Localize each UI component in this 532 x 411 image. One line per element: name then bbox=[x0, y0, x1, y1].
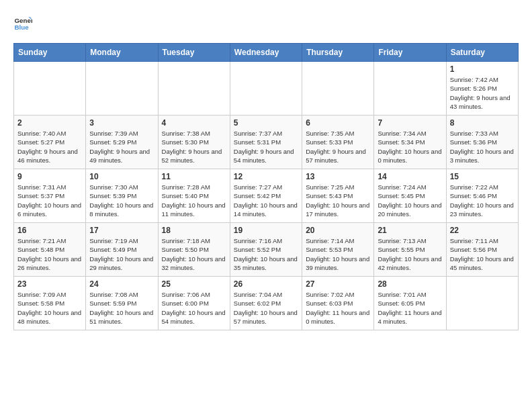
day-info: Sunrise: 7:11 AM Sunset: 5:56 PM Dayligh… bbox=[450, 236, 515, 272]
weekday-header-thursday: Thursday bbox=[302, 44, 374, 62]
logo: General Blue bbox=[13, 13, 35, 32]
week-row-2: 2Sunrise: 7:40 AM Sunset: 5:27 PM Daylig… bbox=[14, 116, 519, 169]
day-cell: 16Sunrise: 7:21 AM Sunset: 5:48 PM Dayli… bbox=[14, 223, 86, 277]
day-number: 23 bbox=[17, 279, 82, 289]
day-info: Sunrise: 7:01 AM Sunset: 6:05 PM Dayligh… bbox=[378, 290, 442, 326]
day-info: Sunrise: 7:02 AM Sunset: 6:03 PM Dayligh… bbox=[306, 290, 370, 326]
day-number: 28 bbox=[378, 279, 442, 289]
day-number: 14 bbox=[378, 172, 442, 181]
day-info: Sunrise: 7:14 AM Sunset: 5:53 PM Dayligh… bbox=[306, 236, 370, 272]
day-cell bbox=[446, 277, 518, 330]
day-number: 7 bbox=[378, 118, 442, 128]
day-cell: 2Sunrise: 7:40 AM Sunset: 5:27 PM Daylig… bbox=[14, 116, 86, 169]
day-cell: 27Sunrise: 7:02 AM Sunset: 6:03 PM Dayli… bbox=[302, 277, 374, 330]
day-cell bbox=[374, 62, 446, 116]
day-cell: 14Sunrise: 7:24 AM Sunset: 5:45 PM Dayli… bbox=[374, 169, 446, 223]
day-number: 16 bbox=[17, 226, 82, 235]
day-info: Sunrise: 7:33 AM Sunset: 5:36 PM Dayligh… bbox=[450, 129, 515, 165]
day-number: 1 bbox=[450, 64, 515, 74]
day-info: Sunrise: 7:28 AM Sunset: 5:40 PM Dayligh… bbox=[162, 183, 226, 218]
week-row-4: 16Sunrise: 7:21 AM Sunset: 5:48 PM Dayli… bbox=[14, 223, 519, 277]
day-cell: 26Sunrise: 7:04 AM Sunset: 6:02 PM Dayli… bbox=[230, 277, 302, 330]
day-cell: 1Sunrise: 7:42 AM Sunset: 5:26 PM Daylig… bbox=[446, 62, 518, 116]
day-cell: 7Sunrise: 7:34 AM Sunset: 5:34 PM Daylig… bbox=[374, 116, 446, 169]
weekday-header-wednesday: Wednesday bbox=[230, 44, 302, 62]
day-number: 11 bbox=[162, 172, 226, 181]
day-cell: 28Sunrise: 7:01 AM Sunset: 6:05 PM Dayli… bbox=[374, 277, 446, 330]
day-info: Sunrise: 7:42 AM Sunset: 5:26 PM Dayligh… bbox=[450, 75, 515, 111]
day-info: Sunrise: 7:21 AM Sunset: 5:48 PM Dayligh… bbox=[17, 236, 82, 272]
day-cell: 21Sunrise: 7:13 AM Sunset: 5:55 PM Dayli… bbox=[374, 223, 446, 277]
day-info: Sunrise: 7:38 AM Sunset: 5:30 PM Dayligh… bbox=[162, 129, 226, 165]
day-cell: 17Sunrise: 7:19 AM Sunset: 5:49 PM Dayli… bbox=[86, 223, 158, 277]
day-number: 27 bbox=[306, 279, 370, 289]
day-info: Sunrise: 7:06 AM Sunset: 6:00 PM Dayligh… bbox=[162, 290, 226, 326]
day-info: Sunrise: 7:16 AM Sunset: 5:52 PM Dayligh… bbox=[234, 236, 298, 272]
day-info: Sunrise: 7:22 AM Sunset: 5:46 PM Dayligh… bbox=[450, 183, 515, 218]
weekday-header-row: SundayMondayTuesdayWednesdayThursdayFrid… bbox=[14, 44, 519, 62]
day-cell: 12Sunrise: 7:27 AM Sunset: 5:42 PM Dayli… bbox=[230, 169, 302, 223]
week-row-1: 1Sunrise: 7:42 AM Sunset: 5:26 PM Daylig… bbox=[14, 62, 519, 116]
day-number: 13 bbox=[306, 172, 370, 181]
day-cell: 25Sunrise: 7:06 AM Sunset: 6:00 PM Dayli… bbox=[158, 277, 230, 330]
day-number: 5 bbox=[234, 118, 298, 128]
day-info: Sunrise: 7:27 AM Sunset: 5:42 PM Dayligh… bbox=[234, 183, 298, 218]
svg-text:Blue: Blue bbox=[14, 24, 29, 31]
weekday-header-monday: Monday bbox=[86, 44, 158, 62]
day-cell: 5Sunrise: 7:37 AM Sunset: 5:31 PM Daylig… bbox=[230, 116, 302, 169]
logo-icon: General Blue bbox=[13, 13, 32, 32]
day-info: Sunrise: 7:34 AM Sunset: 5:34 PM Dayligh… bbox=[378, 129, 442, 165]
weekday-header-sunday: Sunday bbox=[14, 44, 86, 62]
day-cell bbox=[14, 62, 86, 116]
day-cell: 8Sunrise: 7:33 AM Sunset: 5:36 PM Daylig… bbox=[446, 116, 518, 169]
day-number: 20 bbox=[306, 226, 370, 235]
day-info: Sunrise: 7:18 AM Sunset: 5:50 PM Dayligh… bbox=[162, 236, 226, 272]
day-cell: 20Sunrise: 7:14 AM Sunset: 5:53 PM Dayli… bbox=[302, 223, 374, 277]
day-info: Sunrise: 7:39 AM Sunset: 5:29 PM Dayligh… bbox=[89, 129, 154, 165]
day-cell bbox=[158, 62, 230, 116]
day-info: Sunrise: 7:24 AM Sunset: 5:45 PM Dayligh… bbox=[378, 183, 442, 218]
day-info: Sunrise: 7:30 AM Sunset: 5:39 PM Dayligh… bbox=[89, 183, 154, 218]
day-number: 4 bbox=[162, 118, 226, 128]
day-info: Sunrise: 7:31 AM Sunset: 5:37 PM Dayligh… bbox=[17, 183, 82, 218]
day-number: 9 bbox=[17, 172, 82, 181]
day-number: 26 bbox=[234, 279, 298, 289]
day-cell bbox=[86, 62, 158, 116]
day-number: 19 bbox=[234, 226, 298, 235]
day-cell: 22Sunrise: 7:11 AM Sunset: 5:56 PM Dayli… bbox=[446, 223, 518, 277]
day-number: 8 bbox=[450, 118, 515, 128]
day-cell: 19Sunrise: 7:16 AM Sunset: 5:52 PM Dayli… bbox=[230, 223, 302, 277]
day-cell: 3Sunrise: 7:39 AM Sunset: 5:29 PM Daylig… bbox=[86, 116, 158, 169]
day-info: Sunrise: 7:40 AM Sunset: 5:27 PM Dayligh… bbox=[17, 129, 82, 165]
week-row-3: 9Sunrise: 7:31 AM Sunset: 5:37 PM Daylig… bbox=[14, 169, 519, 223]
day-cell bbox=[302, 62, 374, 116]
day-number: 21 bbox=[378, 226, 442, 235]
header: General Blue bbox=[13, 13, 519, 32]
day-number: 10 bbox=[89, 172, 154, 181]
day-info: Sunrise: 7:08 AM Sunset: 5:59 PM Dayligh… bbox=[89, 290, 154, 326]
weekday-header-tuesday: Tuesday bbox=[158, 44, 230, 62]
calendar-table: SundayMondayTuesdayWednesdayThursdayFrid… bbox=[13, 43, 519, 330]
weekday-header-saturday: Saturday bbox=[446, 44, 518, 62]
day-cell: 6Sunrise: 7:35 AM Sunset: 5:33 PM Daylig… bbox=[302, 116, 374, 169]
day-info: Sunrise: 7:25 AM Sunset: 5:43 PM Dayligh… bbox=[306, 183, 370, 218]
day-number: 24 bbox=[89, 279, 154, 289]
day-number: 17 bbox=[89, 226, 154, 235]
day-cell: 24Sunrise: 7:08 AM Sunset: 5:59 PM Dayli… bbox=[86, 277, 158, 330]
day-number: 25 bbox=[162, 279, 226, 289]
day-info: Sunrise: 7:13 AM Sunset: 5:55 PM Dayligh… bbox=[378, 236, 442, 272]
day-info: Sunrise: 7:37 AM Sunset: 5:31 PM Dayligh… bbox=[234, 129, 298, 165]
day-cell: 18Sunrise: 7:18 AM Sunset: 5:50 PM Dayli… bbox=[158, 223, 230, 277]
day-cell bbox=[230, 62, 302, 116]
day-cell: 4Sunrise: 7:38 AM Sunset: 5:30 PM Daylig… bbox=[158, 116, 230, 169]
week-row-5: 23Sunrise: 7:09 AM Sunset: 5:58 PM Dayli… bbox=[14, 277, 519, 330]
day-cell: 10Sunrise: 7:30 AM Sunset: 5:39 PM Dayli… bbox=[86, 169, 158, 223]
day-cell: 15Sunrise: 7:22 AM Sunset: 5:46 PM Dayli… bbox=[446, 169, 518, 223]
day-cell: 23Sunrise: 7:09 AM Sunset: 5:58 PM Dayli… bbox=[14, 277, 86, 330]
day-number: 15 bbox=[450, 172, 515, 181]
day-info: Sunrise: 7:04 AM Sunset: 6:02 PM Dayligh… bbox=[234, 290, 298, 326]
day-info: Sunrise: 7:19 AM Sunset: 5:49 PM Dayligh… bbox=[89, 236, 154, 272]
day-number: 18 bbox=[162, 226, 226, 235]
weekday-header-friday: Friday bbox=[374, 44, 446, 62]
day-cell: 9Sunrise: 7:31 AM Sunset: 5:37 PM Daylig… bbox=[14, 169, 86, 223]
